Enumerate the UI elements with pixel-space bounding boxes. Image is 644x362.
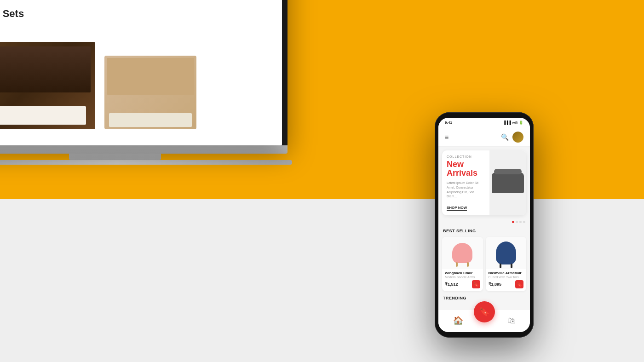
hamburger-icon[interactable]: ≡ [445, 133, 448, 141]
breadcrumb: Home / Bedroom Sets [0, 0, 282, 4]
trending-label: TRENDING [443, 296, 466, 300]
main-scene: Buy More Save More - Up to 30% Off | Sal… [69, 16, 575, 347]
phone-nav-bar: ≡ 🔍 [438, 128, 530, 147]
battery-icon: 🔋 [519, 121, 523, 125]
phone-device: 9:41 ▐▐▐ wifi 🔋 ≡ 🔍 COLLECTION [435, 112, 534, 338]
nav-home[interactable]: 🏠 [453, 316, 463, 326]
dot-1[interactable] [512, 221, 514, 223]
phone-nav-right: 🔍 [501, 132, 523, 143]
product-image-1[interactable] [442, 237, 483, 269]
phone-search-icon[interactable]: 🔍 [501, 133, 509, 141]
laptop-screen: Buy More Save More - Up to 30% Off | Sal… [0, 0, 282, 145]
laptop-foot [0, 160, 292, 165]
product-price-1: ₹1,512 [445, 282, 458, 287]
product-footer-2: ₹1,895 🔖 [486, 280, 527, 288]
bed-images-container [0, 23, 282, 134]
product-image-2[interactable] [486, 237, 527, 269]
add-to-cart-2[interactable]: 🔖 [515, 280, 523, 288]
product-footer-1: ₹1,512 🔖 [442, 280, 483, 288]
collection-desc: Latest Ipsum Dolor Sit Amet, Consectetur… [447, 181, 485, 199]
product-card-2: Nashville Armchair Curied With Two Tars … [486, 237, 527, 291]
phone-screen: 9:41 ▐▐▐ wifi 🔋 ≡ 🔍 COLLECTION [438, 118, 530, 332]
sofa-illustration [492, 172, 524, 193]
dot-4[interactable] [523, 221, 525, 223]
collection-label: COLLECTION [447, 155, 485, 158]
product-name-1: Wingback Chair [445, 271, 480, 275]
laptop-screen-wrapper: Buy More Save More - Up to 30% Off | Sal… [0, 0, 288, 145]
product-info-1: Wingback Chair Modern Saddle Arms [442, 269, 483, 279]
dot-2[interactable] [516, 221, 518, 223]
bed-image-light[interactable] [104, 56, 196, 129]
wifi-icon: wifi [512, 121, 518, 125]
laptop-device: Buy More Save More - Up to 30% Off | Sal… [0, 0, 288, 165]
add-to-cart-1[interactable]: 🔖 [472, 280, 480, 288]
product-name-2: Nashville Armchair [489, 271, 524, 275]
best-selling-label: BEST SELLING [438, 226, 530, 235]
collection-text: COLLECTION NewArrivals Latest Ipsum Dolo… [442, 150, 489, 216]
nashville-chair-image [496, 241, 516, 264]
dot-3[interactable] [519, 221, 522, 223]
status-time: 9:41 [445, 121, 452, 125]
shop-now-button[interactable]: SHOP NOW [447, 206, 467, 211]
phone-bottom-nav: 🏠 🛍 🔖 [438, 309, 530, 332]
collection-image [489, 150, 526, 216]
phone-status-bar: 9:41 ▐▐▐ wifi 🔋 [438, 118, 530, 128]
product-price-2: ₹1,895 [489, 282, 502, 287]
laptop-stand [69, 154, 161, 160]
status-icons: ▐▐▐ wifi 🔋 [503, 121, 523, 125]
collection-title: NewArrivals [447, 160, 485, 178]
collection-banner: COLLECTION NewArrivals Latest Ipsum Dolo… [442, 150, 526, 216]
laptop-base [0, 145, 288, 154]
product-card-1: Wingback Chair Modern Saddle Arms ₹1,512… [442, 237, 483, 291]
bed-image-dark[interactable] [0, 42, 95, 129]
products-grid: Wingback Chair Modern Saddle Arms ₹1,512… [438, 235, 530, 294]
carousel-dots [438, 221, 530, 226]
product-info-2: Nashville Armchair Curied With Two Tars [486, 269, 527, 279]
product-sub-2: Curied With Two Tars [489, 276, 524, 279]
signal-icon: ▐▐▐ [503, 121, 511, 125]
user-avatar[interactable] [512, 132, 523, 143]
nav-bag[interactable]: 🛍 [507, 316, 516, 326]
page-title: Bedroom Sets [0, 4, 282, 23]
fab-bookmarks[interactable]: 🔖 [474, 301, 495, 322]
product-sub-1: Modern Saddle Arms [445, 276, 480, 279]
wingback-chair-image [452, 243, 472, 263]
